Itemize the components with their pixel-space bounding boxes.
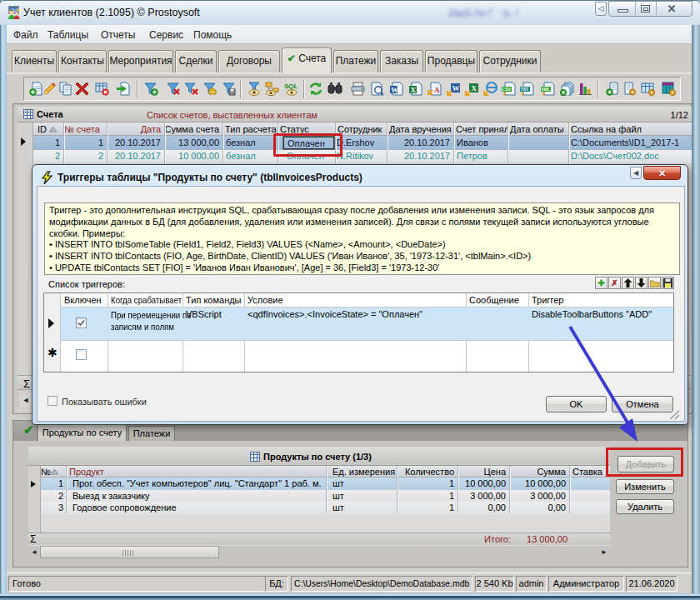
svg-text:W: W	[391, 86, 398, 94]
svg-text:W: W	[452, 84, 460, 92]
svg-text:X: X	[472, 84, 478, 92]
svg-text:XML: XML	[542, 88, 550, 92]
svg-text:SQL: SQL	[284, 82, 298, 90]
svg-text:CSV: CSV	[502, 88, 512, 92]
svg-text:TXT: TXT	[521, 88, 528, 92]
svg-text:A: A	[434, 86, 440, 94]
svg-text:X: X	[411, 86, 417, 94]
svg-text:Ƨ̶ս̶б̶ №7 ᛫Ƅ ǀ: Ƨ̶ս̶б̶ №7 ᛫Ƅ ǀ	[448, 6, 519, 19]
